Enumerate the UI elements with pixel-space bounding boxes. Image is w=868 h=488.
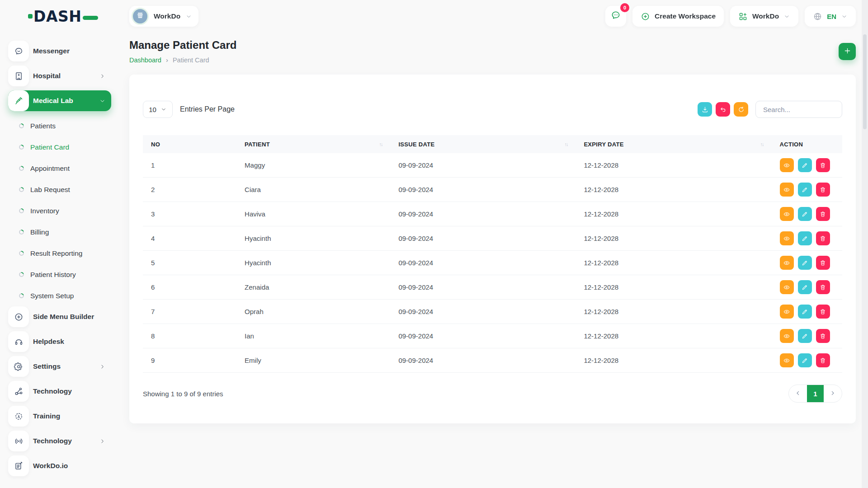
sidebar-item-medical-lab[interactable]: Medical Lab	[8, 90, 111, 111]
edit-button[interactable]	[798, 329, 812, 343]
topbar: WorkDo 0 Create Workspace WorkDo EN	[118, 0, 868, 33]
edit-button[interactable]	[798, 158, 812, 172]
delete-button[interactable]	[816, 280, 830, 294]
undo-button[interactable]	[716, 102, 730, 117]
brand-logo[interactable]: DASH	[28, 8, 98, 25]
trash-icon	[819, 186, 826, 193]
edit-button[interactable]	[798, 280, 812, 294]
trash-icon	[819, 357, 826, 364]
view-button[interactable]	[780, 280, 794, 294]
table-row: 9 Emily 09-09-2024 12-12-2028	[143, 348, 842, 373]
workdo-menu-label: WorkDo	[752, 12, 779, 20]
entries-per-page-value: 10	[149, 106, 156, 113]
create-workspace-button[interactable]: Create Workspace	[632, 6, 724, 27]
sidebar-subitem-appointment[interactable]: Appointment	[8, 158, 111, 179]
sidebar-item-label: Billing	[30, 228, 49, 236]
sidebar-item-label: Patient History	[30, 271, 76, 279]
view-button[interactable]	[780, 256, 794, 270]
breadcrumb-dashboard-link[interactable]: Dashboard	[129, 56, 161, 64]
grid-plus-icon	[738, 12, 748, 21]
column-header-issue-date[interactable]: ISSUE DATE↑↓	[387, 135, 573, 153]
view-button[interactable]	[780, 158, 794, 172]
chevron-right-icon	[829, 389, 836, 398]
sidebar-subitem-patient-history[interactable]: Patient History	[8, 264, 111, 285]
broadcast-icon	[8, 431, 29, 451]
edit-button[interactable]	[798, 207, 812, 221]
table-row: 1 Maggy 09-09-2024 12-12-2028	[143, 153, 842, 178]
view-button[interactable]	[780, 183, 794, 197]
logo-dash-icon	[83, 16, 98, 20]
sidebar-subitem-inventory[interactable]: Inventory	[8, 200, 111, 221]
patient-card-panel: 10 Entries Per Page NOPATIENT↑↓ISSUE DAT…	[129, 75, 856, 423]
view-button[interactable]	[780, 329, 794, 343]
eye-icon	[783, 211, 790, 218]
pencil-icon	[801, 186, 808, 193]
pagination-next-button[interactable]	[824, 385, 842, 403]
pagination-page-1[interactable]: 1	[807, 385, 824, 403]
sidebar-item-technology[interactable]: Technology	[8, 381, 111, 402]
circle-icon	[18, 271, 25, 278]
entries-per-page-select[interactable]: 10	[143, 101, 173, 118]
sidebar-item-messenger[interactable]: Messenger	[8, 41, 111, 61]
edit-button[interactable]	[798, 305, 812, 319]
view-button[interactable]	[780, 353, 794, 367]
pencil-icon	[801, 235, 808, 242]
sidebar-subitem-system-setup[interactable]: System Setup	[8, 285, 111, 306]
scrollbar-thumb[interactable]	[863, 34, 867, 129]
table-row: 6 Zenaida 09-09-2024 12-12-2028	[143, 275, 842, 300]
chevron-right-icon	[99, 73, 106, 80]
circle-icon	[18, 186, 25, 193]
delete-button[interactable]	[816, 305, 830, 319]
sidebar-item-side-menu-builder[interactable]: Side Menu Builder	[8, 306, 111, 327]
refresh-button[interactable]	[734, 102, 748, 117]
view-button[interactable]	[780, 305, 794, 319]
sidebar-subitem-lab-request[interactable]: Lab Request	[8, 179, 111, 200]
sidebar-subitem-patients[interactable]: Patients	[8, 115, 111, 136]
sidebar-subitem-patient-card[interactable]: Patient Card	[8, 136, 111, 158]
column-header-patient[interactable]: PATIENT↑↓	[234, 135, 387, 153]
view-button[interactable]	[780, 231, 794, 245]
sidebar-subitem-billing[interactable]: Billing	[8, 221, 111, 243]
trash-icon	[819, 333, 826, 340]
workdo-menu-button[interactable]: WorkDo	[730, 6, 798, 27]
chevron-down-icon	[99, 98, 106, 104]
edit-button[interactable]	[798, 231, 812, 245]
pencil-icon	[801, 284, 808, 291]
column-header-expiry-date[interactable]: EXPIRY DATE↑↓	[573, 135, 769, 153]
eye-icon	[783, 235, 790, 242]
messages-button[interactable]: 0	[605, 6, 626, 27]
view-button[interactable]	[780, 207, 794, 221]
hospital-icon	[8, 66, 29, 86]
table-row: 5 Hyacinth 09-09-2024 12-12-2028	[143, 251, 842, 275]
plus-icon	[843, 47, 852, 56]
search-input[interactable]	[755, 101, 842, 118]
delete-button[interactable]	[816, 353, 830, 367]
add-patient-card-button[interactable]	[839, 43, 856, 60]
delete-button[interactable]	[816, 256, 830, 270]
sidebar-item-hospital[interactable]: Hospital	[8, 66, 111, 86]
scrollbar[interactable]	[862, 0, 868, 488]
chevron-down-icon	[160, 106, 167, 113]
delete-button[interactable]	[816, 231, 830, 245]
edit-button[interactable]	[798, 353, 812, 367]
sidebar-item-settings[interactable]: Settings	[8, 356, 111, 377]
edit-button[interactable]	[798, 183, 812, 197]
circle-icon	[18, 207, 25, 214]
sidebar-item-technology[interactable]: Technology	[8, 431, 111, 451]
sidebar: DASH Messenger Hospital Medical Lab Pati…	[0, 0, 118, 488]
language-selector[interactable]: EN	[805, 6, 856, 27]
trash-icon	[819, 235, 826, 242]
pagination-prev-button[interactable]	[789, 385, 807, 403]
sidebar-subitem-result-reporting[interactable]: Result Reporting	[8, 243, 111, 264]
sidebar-item-workdo-io[interactable]: WorkDo.io	[8, 455, 111, 476]
delete-button[interactable]	[816, 329, 830, 343]
workspace-selector[interactable]: WorkDo	[129, 6, 198, 27]
sidebar-item-helpdesk[interactable]: Helpdesk	[8, 331, 111, 352]
delete-button[interactable]	[816, 183, 830, 197]
delete-button[interactable]	[816, 158, 830, 172]
download-button[interactable]	[698, 102, 712, 117]
delete-button[interactable]	[816, 207, 830, 221]
sidebar-item-label: Settings	[33, 362, 99, 371]
sidebar-item-training[interactable]: Training	[8, 406, 111, 427]
edit-button[interactable]	[798, 256, 812, 270]
